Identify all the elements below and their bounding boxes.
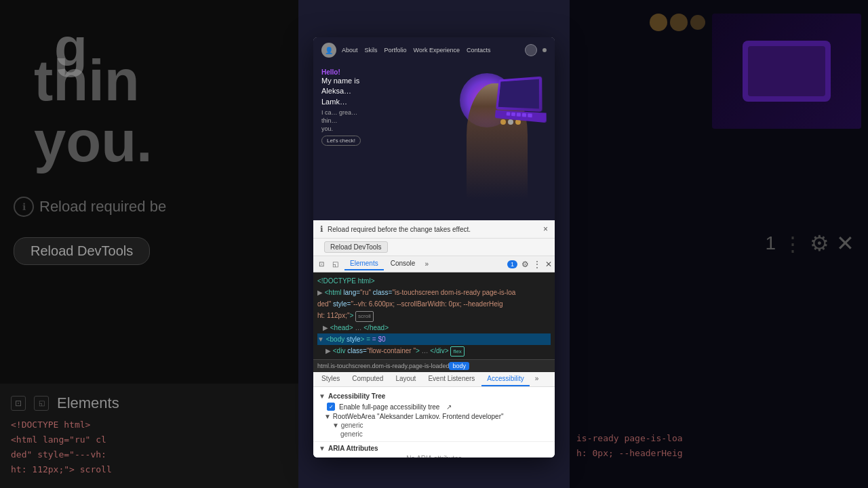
elements-panel: <!DOCTYPE html> ▶ <html lang="ru" class=… xyxy=(313,272,555,359)
reload-devtools-btn[interactable]: Reload DevTools xyxy=(324,241,388,253)
html-line1: ▶ <html lang="ru" class="is-touchscreen … xyxy=(317,287,551,298)
nav-work: Work Experience xyxy=(414,47,460,54)
flex-badge: flex xyxy=(450,346,464,357)
subtab-accessibility[interactable]: Accessibility xyxy=(481,372,529,386)
acc-tree-collapse-icon[interactable]: ▼ xyxy=(319,392,326,400)
subtab-event-listeners[interactable]: Event Listeners xyxy=(422,372,480,386)
subtab-styles[interactable]: Styles xyxy=(316,372,345,386)
key2 xyxy=(511,113,515,117)
key5 xyxy=(528,113,532,117)
doctype-tag: <!DOCTYPE html> xyxy=(317,277,374,285)
tab-console[interactable]: Console xyxy=(385,258,421,270)
site-nav-links: About Skils Portfolio Work Experience Co… xyxy=(342,47,519,54)
doctype-line: <!DOCTYPE html> xyxy=(317,275,551,287)
body-tag-close: > xyxy=(361,336,365,343)
body-line[interactable]: ▼ <body style> = = $0 xyxy=(317,333,551,345)
aria-header: ▼ ARIA Attributes xyxy=(319,445,549,452)
overlay-right xyxy=(570,0,868,488)
acc-root-label: RootWebArea "Aleksander Lamkov. Frontend… xyxy=(333,413,504,420)
error-badge: 1 xyxy=(507,260,517,268)
nav-contacts: Contacts xyxy=(467,47,491,54)
html-close: > xyxy=(349,312,353,319)
html-style-attr: style= xyxy=(333,300,351,308)
reload-btn-row: Reload DevTools xyxy=(313,239,555,256)
subtab-computed[interactable]: Computed xyxy=(347,372,389,386)
html-lang-attr: lang= xyxy=(343,289,360,296)
aria-header-label: ARIA Attributes xyxy=(328,445,378,452)
subtabs-bar: Styles Computed Layout Event Listeners A… xyxy=(313,372,555,387)
acc-generic2-label: generic xyxy=(340,430,363,438)
tab-more-btn[interactable]: » xyxy=(422,258,431,270)
site-nav-circle xyxy=(525,44,537,56)
laptop-screen-3d xyxy=(496,77,542,113)
notif-message: Reload required before the change takes … xyxy=(328,226,539,233)
nav-about: About xyxy=(342,47,358,54)
body-dollar: = $0 xyxy=(372,336,386,343)
close-devtools-icon[interactable]: ✕ xyxy=(545,260,552,269)
html-ht-val: ht: 112px;" xyxy=(317,312,349,319)
aria-collapse-icon[interactable]: ▼ xyxy=(319,445,326,452)
head-line: ▶ <head> … </head> xyxy=(317,322,551,333)
toolbar-icon-group: ⊡ ◱ xyxy=(316,259,340,270)
html-line3: ht: 112px;"> scroll xyxy=(317,310,551,322)
html-style-val: "--vh: 6.600px; --scrollBarWidth: 0px; -… xyxy=(351,300,502,308)
responsive-tool-icon[interactable]: ◱ xyxy=(330,259,340,270)
acc-tree-label: Accessibility Tree xyxy=(328,392,386,400)
div-class-attr: class= xyxy=(347,347,367,354)
subtab-layout[interactable]: Layout xyxy=(390,372,421,386)
notif-close-btn[interactable]: × xyxy=(543,224,548,234)
acc-generic1-label: generic xyxy=(341,422,363,429)
btn-gold1 xyxy=(500,119,506,125)
site-hero-text: Hello! My name isAleksa…Lamk… I ca… grea… xyxy=(321,68,361,146)
lets-check-btn[interactable]: Let's check! xyxy=(321,136,361,146)
key1 xyxy=(506,112,510,115)
hero-desc: I ca… grea…thin…you. xyxy=(321,109,361,133)
website-preview: 👤 About Skils Portfolio Work Experience … xyxy=(313,37,555,220)
aria-empty-msg: No ARIA attributes xyxy=(319,452,549,458)
aria-section: ▼ ARIA Attributes No ARIA attributes xyxy=(313,441,555,458)
path-bar: html.is-touchscreen.dom-is-ready.page-is… xyxy=(313,359,555,372)
site-avatar: 👤 xyxy=(321,43,336,58)
head-tag: <head> xyxy=(330,324,353,331)
notif-info-icon: ℹ xyxy=(320,224,323,234)
nav-skills: Skils xyxy=(365,47,378,54)
overlay-left xyxy=(0,0,298,488)
path-html: html.is-touchscreen.dom-is-ready.page-is… xyxy=(317,363,449,369)
html-class-cont: ded" xyxy=(317,300,331,308)
laptop-screen-inner xyxy=(498,79,539,109)
site-nav-dot xyxy=(542,48,547,52)
accessibility-panel: ▼ Accessibility Tree ✓ Enable full-page … xyxy=(313,387,555,458)
settings-icon[interactable]: ⚙ xyxy=(521,260,529,269)
pointer-tool-icon[interactable]: ⊡ xyxy=(316,259,327,270)
acc-generic1[interactable]: ▼ generic xyxy=(313,421,555,430)
path-body-tag: body xyxy=(449,362,469,370)
hello-text: Hello! xyxy=(321,68,361,76)
div-tag: <div xyxy=(333,347,346,354)
devtools-toolbar: ⊡ ◱ Elements Console » 1 ⚙ ⋮ ✕ xyxy=(313,256,555,272)
acc-generic2[interactable]: generic xyxy=(313,430,555,439)
div-tag-close: > xyxy=(416,347,420,354)
acc-checkbox[interactable]: ✓ xyxy=(327,403,335,411)
html-class-attr: class= xyxy=(373,289,393,296)
html-class-val: "is-touchscreen dom-is-ready page-is-loa xyxy=(392,289,515,296)
site-nav: 👤 About Skils Portfolio Work Experience … xyxy=(313,37,555,63)
main-devtools-panel: 👤 About Skils Portfolio Work Experience … xyxy=(313,37,555,458)
key4 xyxy=(521,113,526,117)
body-tag: <body xyxy=(326,336,345,343)
kebab-menu-icon[interactable]: ⋮ xyxy=(533,260,541,269)
acc-checkbox-label: Enable full-page accessibility tree xyxy=(339,403,439,411)
acc-root-item[interactable]: ▼ RootWebArea "Aleksander Lamkov. Fronte… xyxy=(313,412,555,421)
site-hero: Hello! My name isAleksa…Lamk… I ca… grea… xyxy=(313,63,555,212)
key3 xyxy=(516,113,520,117)
div-class-val: "flow-container " xyxy=(367,347,416,354)
html-line2: ded" style="--vh: 6.600px; --scrollBarWi… xyxy=(317,298,551,310)
toolbar-right-group: 1 ⚙ ⋮ ✕ xyxy=(507,260,552,269)
tab-elements[interactable]: Elements xyxy=(344,258,384,270)
nav-portfolio: Portfolio xyxy=(384,47,407,54)
laptop-3d-illustration xyxy=(494,77,555,138)
div-close-tag: </div> xyxy=(430,347,448,354)
subtab-more-btn[interactable]: » xyxy=(532,372,542,386)
acc-checkbox-row: ✓ Enable full-page accessibility tree ↗ xyxy=(313,401,555,412)
acc-tree-header: ▼ Accessibility Tree xyxy=(313,391,555,401)
hero-intro: My name isAleksa…Lamk… xyxy=(321,76,361,107)
